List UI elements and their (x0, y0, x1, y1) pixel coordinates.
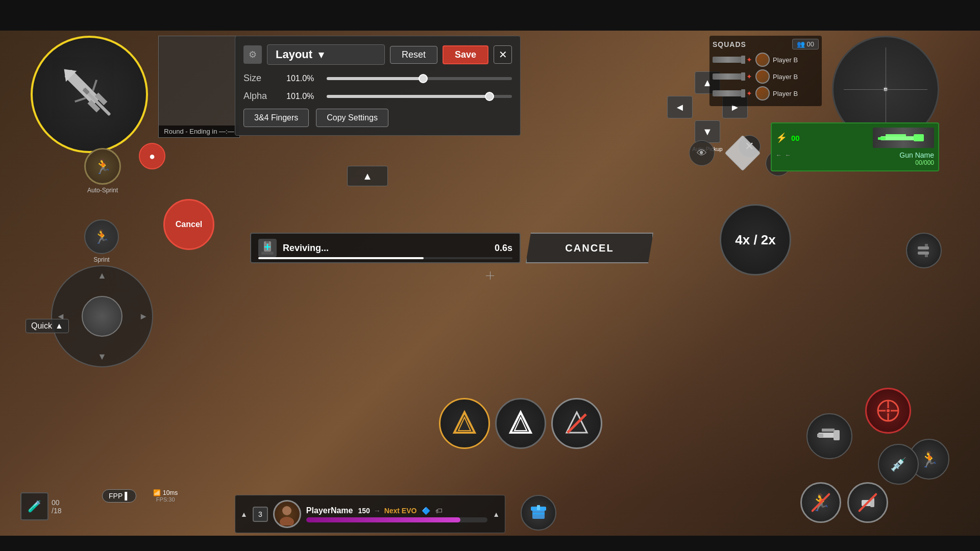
squads-title: SQUADS (713, 40, 746, 48)
syringe-button[interactable]: 💉 (878, 444, 919, 485)
squad-damage-icon-2: ✦ (746, 72, 752, 81)
apex-btn-1[interactable] (439, 398, 490, 449)
save-button[interactable]: Save (443, 45, 488, 64)
alpha-thumb[interactable] (485, 92, 494, 101)
layout-dropdown[interactable]: Layout ▾ (267, 44, 385, 65)
eye-button[interactable]: 👁 (689, 140, 715, 166)
inv-icon-1[interactable]: 🧪 (20, 492, 48, 520)
squads-count: 👥 00 (792, 39, 819, 49)
squad-gun-3 (713, 90, 743, 96)
sprint-button[interactable]: 🏃 (84, 219, 119, 254)
alpha-slider[interactable] (327, 95, 512, 98)
signal-icon: 📶 (153, 489, 161, 496)
size-slider[interactable] (327, 77, 512, 80)
svg-rect-12 (878, 137, 886, 140)
cancel-revive-button[interactable]: CANCEL (526, 233, 653, 263)
fpp-toggle[interactable]: FPP ▌ (102, 489, 136, 503)
sprint-area: 🏃 Sprint (84, 219, 119, 263)
svg-point-39 (887, 409, 890, 412)
joystick-area[interactable]: ◄ ► ▲ ▼ (51, 265, 153, 367)
layout-label: Layout (276, 48, 312, 61)
svg-rect-32 (537, 505, 540, 510)
size-fill (327, 77, 423, 80)
run-icon-2: 🏃 (811, 493, 831, 512)
svg-rect-17 (261, 252, 274, 255)
auto-sprint-button[interactable]: 🏃 (84, 148, 121, 185)
squad-damage-icon-3: ✦ (746, 89, 752, 97)
player-bar: ▲ 3 PlayerName 150 → Next EVO 🔷 🏷 ▲ (235, 495, 505, 533)
joystick-outer[interactable]: ◄ ► ▲ ▼ (51, 265, 153, 367)
auto-sprint-label: Auto-Sprint (87, 187, 118, 194)
player-name-area: PlayerName 150 → Next EVO 🔷 🏷 (306, 506, 487, 522)
layout-panel-header: ⚙ Layout ▾ Reset Save ✕ (243, 44, 512, 65)
svg-point-28 (282, 506, 291, 515)
svg-rect-11 (886, 134, 906, 137)
inventory-br: 💉 (878, 444, 919, 485)
grenade-button[interactable]: ● (139, 143, 165, 169)
supply-crate-button[interactable] (521, 495, 556, 531)
inv-count-1: 00/18 (52, 498, 61, 515)
size-value: 101.0% (286, 74, 320, 83)
close-button[interactable]: ✕ (494, 45, 512, 64)
svg-rect-14 (266, 241, 269, 243)
svg-rect-21 (925, 255, 928, 257)
gun-stat-val: 00 (791, 134, 800, 142)
gun-name: Gun Name (899, 151, 934, 159)
svg-rect-43 (822, 429, 835, 432)
flask-icon: 🧪 (28, 500, 41, 513)
apex-btn-2[interactable] (495, 398, 546, 449)
size-thumb[interactable] (419, 74, 428, 83)
svg-point-29 (280, 517, 294, 525)
target-reticle (485, 270, 495, 281)
fps-display: 📶 10ms FPS:30 (153, 489, 178, 503)
svg-rect-10 (914, 134, 924, 141)
gear-icon-2: ⚙ (249, 49, 257, 60)
svg-rect-42 (817, 434, 823, 437)
gun-stats: 00 (791, 134, 800, 142)
fingers-button[interactable]: 3&4 Fingers (243, 109, 309, 127)
cancel-game-button[interactable]: Cancel (163, 199, 214, 250)
reset-button[interactable]: Reset (390, 46, 437, 64)
panel-chevron-icon: ▲ (362, 170, 373, 182)
nav-down-button[interactable]: ▼ (695, 120, 720, 143)
player-name-row: PlayerName 150 → Next EVO 🔷 🏷 (306, 506, 487, 515)
sprint-label: Sprint (93, 256, 109, 263)
squad-gun-2 (713, 73, 743, 80)
player-name: PlayerName (306, 506, 353, 515)
alpha-label: Alpha (243, 91, 279, 102)
scope-multiplier[interactable]: 4x / 2x (720, 204, 791, 276)
squad-avatar-3 (755, 86, 770, 101)
cancel-label: Cancel (176, 220, 202, 229)
action-btn-swap[interactable] (906, 233, 942, 268)
lightning-icon: ⚡ (776, 132, 787, 143)
gun-display: ⚡ 00 ← ← Gun Name 00/000 (771, 122, 939, 171)
no-action-btn-2[interactable] (847, 482, 888, 523)
squad-name-3: Player B (773, 90, 798, 97)
apex-btn-no[interactable] (551, 398, 602, 449)
squad-row-1: ✦ Player B (713, 53, 819, 67)
svg-marker-22 (454, 412, 475, 433)
apex-buttons (439, 398, 602, 449)
evo-arrow: → (374, 507, 381, 515)
cancel-revive-label: CANCEL (565, 242, 614, 254)
squads-icon: 👥 (797, 40, 805, 48)
evo-icon-2: 🏷 (435, 507, 443, 515)
reticle-v (490, 271, 491, 280)
revive-time: 0.6s (495, 243, 512, 254)
alpha-value: 101.0% (286, 92, 320, 101)
nav-left-button[interactable]: ◄ (667, 96, 693, 118)
no-action-btn-1[interactable]: 🏃 (800, 482, 841, 523)
quick-up-icon: ▲ (55, 321, 63, 331)
quick-button[interactable]: Quick ▲ (26, 319, 69, 333)
squad-gun-1 (713, 57, 743, 63)
alpha-fill (327, 95, 489, 98)
weapon-circle[interactable] (31, 36, 148, 153)
copy-settings-button[interactable]: Copy Settings (316, 109, 388, 127)
chevron-left-icon: ◄ (675, 102, 685, 113)
size-label: Size (243, 73, 279, 84)
weapon-swap-button[interactable] (806, 413, 852, 459)
no-action-buttons: 🏃 (800, 482, 888, 523)
inventory-area: 🧪 00/18 (20, 492, 61, 520)
panel-toggle-button[interactable]: ▲ (347, 166, 388, 186)
red-crosshair-button[interactable] (865, 388, 911, 434)
